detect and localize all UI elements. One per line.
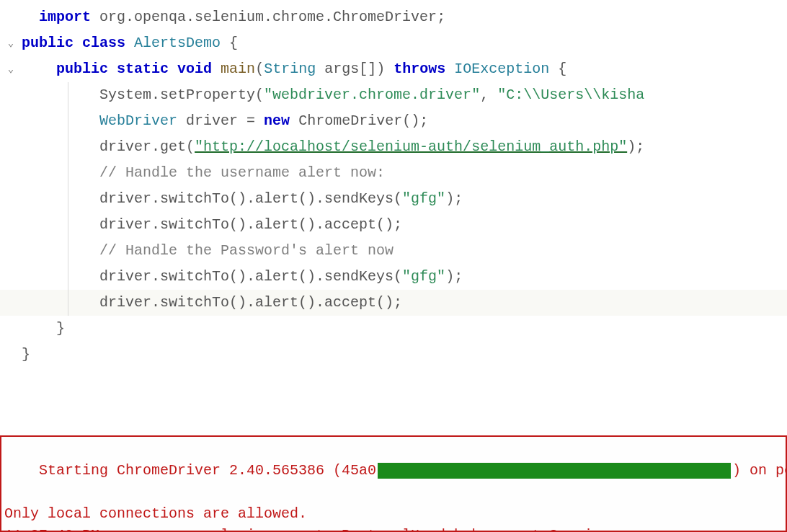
indent-guide [68,108,68,134]
paren-close: ) [376,56,385,82]
indent-guide [68,82,68,108]
code-line[interactable]: import org.openqa.selenium.chrome.Chrome… [0,4,787,30]
call-tail: ); [445,264,463,290]
brackets: [] [359,56,376,82]
object-ref: System [99,82,151,108]
code-line[interactable]: driver.switchTo().alert().sendKeys( "gfg… [0,186,787,212]
code-line[interactable]: driver.get( "http://localhost/selenium-a… [0,134,787,160]
method-chain: driver.switchTo().alert().accept(); [99,290,402,316]
indent-guide [68,186,68,212]
code-line[interactable]: ⌄ public class AlertsDemo { [0,30,787,56]
method-chain: driver.switchTo().alert().accept(); [99,212,402,238]
redaction-bar [378,463,731,479]
code-line[interactable]: // Handle the Password's alert now [0,238,787,264]
method-call: driver.get( [99,134,195,160]
param-type: String [264,56,316,82]
brace-open: { [558,56,566,82]
console-panel[interactable]: Starting ChromeDriver 2.40.565386 (45a0)… [0,435,787,532]
constructor: ChromeDriver [298,108,402,134]
comment: // Handle the Password's alert now [99,238,394,264]
method-chain: driver.switchTo().alert().sendKeys( [99,264,402,290]
indent-guide [68,290,68,316]
method-name: main [221,56,255,82]
call-tail: (); [402,108,428,134]
call-tail: ); [627,134,644,160]
brace-open: { [229,30,238,56]
string-literal: "gfg" [402,264,445,290]
keyword-public: public [22,30,74,56]
chevron-down-icon: ⌄ [8,30,14,56]
keyword-void: void [177,56,212,82]
chevron-down-icon: ⌄ [8,56,14,82]
class-name: AlertsDemo [134,30,221,56]
console-text: ) on port 520 [732,462,787,479]
code-line[interactable]: } [0,316,787,342]
console-line: Only local connections are allowed. [4,503,783,525]
code-line[interactable]: driver.switchTo().alert().accept(); [0,290,787,316]
equals: = [238,108,264,134]
indent-guide [68,212,68,238]
indent-guide [68,160,68,186]
method-call: .setProperty( [151,82,264,108]
comma: , [480,82,497,108]
import-package: org.openqa.selenium.chrome.ChromeDriver [99,4,437,30]
string-literal: "webdriver.chrome.driver" [264,82,480,108]
console-text: Starting ChromeDriver 2.40.565386 (45a0 [39,462,376,479]
console-line: Starting ChromeDriver 2.40.565386 (45a0)… [4,438,783,503]
comment: // Handle the username alert now: [99,160,385,186]
semicolon: ; [437,4,445,30]
indent-guide [68,264,68,290]
code-line[interactable]: // Handle the username alert now: [0,160,787,186]
keyword-class: class [82,30,125,56]
string-literal: "C:\\Users\\kisha [497,82,644,108]
code-line[interactable]: driver.switchTo().alert().sendKeys( "gfg… [0,264,787,290]
fold-toggle[interactable]: ⌄ [0,30,22,56]
brace-close: } [22,342,30,368]
code-line[interactable]: WebDriver driver = new ChromeDriver (); [0,108,787,134]
code-editor[interactable]: import org.openqa.selenium.chrome.Chrome… [0,0,787,368]
string-literal: "gfg" [402,186,445,212]
paren-open: ( [255,56,264,82]
call-tail: ); [445,186,463,212]
code-line[interactable]: driver.switchTo().alert().accept(); [0,212,787,238]
code-line[interactable]: } [0,342,787,368]
keyword-import: import [39,4,91,30]
indent-guide [68,238,68,264]
variable: driver [186,108,238,134]
keyword-static: static [117,56,169,82]
exception-type: IOException [454,56,549,82]
keyword-public: public [56,56,108,82]
brace-close: } [56,316,65,342]
console-line: 11:37:49 PM org.openqa.selenium.remote.P… [4,525,783,532]
string-url: "http://localhost/selenium-auth/selenium… [195,134,627,160]
type-name: WebDriver [99,108,177,134]
param-name: args [324,56,359,82]
method-chain: driver.switchTo().alert().sendKeys( [99,186,402,212]
keyword-new: new [264,108,290,134]
keyword-throws: throws [394,56,445,82]
code-line[interactable]: ⌄ public static void main ( String args … [0,56,787,82]
indent-guide [68,134,68,160]
fold-toggle[interactable]: ⌄ [0,56,22,82]
code-line[interactable]: System .setProperty( "webdriver.chrome.d… [0,82,787,108]
